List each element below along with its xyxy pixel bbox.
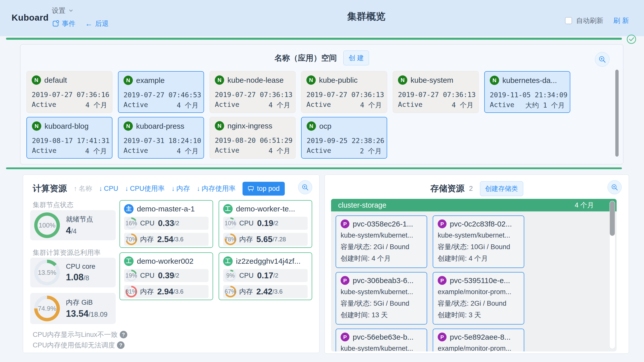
node-memory-total: /7.28 bbox=[272, 236, 286, 243]
sort-by-cpu-usage[interactable]: ↓ CPU使用率 bbox=[125, 184, 165, 193]
node-name: iz2zedgghv14j4zf... bbox=[236, 257, 301, 265]
back-link[interactable]: ← 后退 bbox=[85, 19, 109, 28]
namespace-card[interactable]: N kuboard-press 2019-07-31 18:24:10 Acti… bbox=[118, 117, 204, 159]
memory-utilization-card: 74.9% 内存 GiB 13.54/18.09 bbox=[30, 293, 116, 324]
namespace-card[interactable]: N default 2019-07-27 07:36:16 Active 4 个… bbox=[26, 71, 112, 113]
namespace-status: Active bbox=[124, 147, 148, 156]
node-memory-total: /3.6 bbox=[173, 236, 183, 243]
namespace-age: 4 个月 bbox=[85, 101, 107, 110]
cpu-utilization-ring: 13.5% bbox=[34, 260, 60, 285]
back-label: 后退 bbox=[95, 19, 109, 28]
sort-by-memory-usage[interactable]: ↓ 内存使用率 bbox=[197, 184, 236, 193]
namespace-card[interactable]: N example 2019-07-27 07:46:53 Active 4 个… bbox=[118, 71, 204, 113]
pvc-card[interactable]: P pvc-306beab3-6... kube-system/kubernet… bbox=[336, 272, 427, 325]
namespace-status: Active bbox=[215, 101, 239, 110]
storage-scrollbar-thumb[interactable] bbox=[610, 201, 615, 236]
header-controls: 自动刷新 刷新 bbox=[565, 16, 629, 25]
pvc-created: 创建时间: 4 个月 bbox=[438, 254, 519, 263]
namespace-card[interactable]: N kube-node-lease 2019-07-27 07:36:13 Ac… bbox=[210, 71, 296, 113]
create-namespace-button[interactable]: 创建 bbox=[343, 51, 369, 65]
node-cpu-row: 19% CPU 0.39 /2 bbox=[124, 269, 209, 282]
ready-nodes-label: 就绪节点 bbox=[66, 215, 93, 224]
pvc-capacity-status: 容量/状态: 10Gi / Bound bbox=[438, 242, 519, 251]
namespace-name: kube-node-lease bbox=[227, 76, 284, 84]
node-card[interactable]: 工 demo-worker-te... 10% CPU 0.19 /2 78% … bbox=[219, 200, 312, 248]
storage-scrollbar-track[interactable] bbox=[610, 201, 615, 349]
refresh-button[interactable]: 刷新 bbox=[613, 16, 631, 25]
pvc-card[interactable]: P pvc-56ebe63e-b... kube-system/kubernet… bbox=[336, 329, 427, 351]
node-card[interactable]: 工 iz2zedgghv14j4zf... 9% CPU 0.17 /2 67%… bbox=[219, 252, 312, 300]
node-cpu-total: /2 bbox=[174, 272, 179, 279]
settings-menu[interactable]: 设置 bbox=[52, 6, 74, 15]
events-icon bbox=[52, 20, 59, 27]
namespace-created: 2019-07-27 07:36:13 bbox=[306, 91, 382, 99]
pvc-capacity-status: 容量/状态: 5Gi / Bound bbox=[341, 299, 422, 308]
node-card[interactable]: 工 demo-worker002 19% CPU 0.39 /2 81% 内存 … bbox=[119, 252, 213, 300]
storage-class-count: 2 bbox=[469, 185, 473, 193]
sort-asc-icon: ↑ bbox=[74, 185, 77, 193]
namespace-section-title: 名称（应用）空间 bbox=[274, 53, 337, 63]
node-memory-ring: 81% bbox=[126, 286, 137, 297]
pvc-ref: kube-system/kubernet... bbox=[341, 344, 422, 351]
pvc-created: 创建时间: 13 天 bbox=[341, 310, 422, 320]
node-name: demo-worker-te... bbox=[236, 205, 295, 213]
node-memory-value: 2.94 bbox=[157, 287, 173, 296]
node-cpu-total: /2 bbox=[174, 220, 179, 227]
sort-by-memory[interactable]: ↓ 内存 bbox=[172, 184, 190, 193]
sort-by-name[interactable]: ↑ 名称 bbox=[74, 184, 92, 193]
events-link[interactable]: 事件 bbox=[52, 19, 75, 28]
help-icon[interactable]: ? bbox=[120, 331, 127, 338]
pvc-icon: P bbox=[341, 219, 349, 228]
pvc-card[interactable]: P pvc-0358ec26-1... kube-system/kubernet… bbox=[336, 215, 427, 268]
compute-section-title: 计算资源 bbox=[33, 183, 67, 194]
compute-zoom-button[interactable] bbox=[298, 180, 312, 194]
cpu-utilization-value: 1.08 bbox=[66, 272, 84, 282]
app-header: Kuboard 设置 事件 ← 后退 集群概览 自动刷新 刷新 bbox=[0, 0, 644, 36]
events-label: 事件 bbox=[62, 19, 75, 28]
settings-label: 设置 bbox=[52, 6, 65, 15]
namespace-card[interactable]: N kube-public 2019-07-27 07:36:13 Active… bbox=[301, 71, 387, 113]
pvc-card[interactable]: P pvc-0c2c83f8-02... kube-system/kuberne… bbox=[433, 215, 524, 268]
node-cpu-value: 0.17 bbox=[257, 271, 273, 280]
namespace-created: 2019-07-31 18:24:10 bbox=[124, 137, 198, 145]
storage-class-header[interactable]: cluster-storage 4 个月 bbox=[331, 199, 617, 211]
node-memory-ring: 67% bbox=[225, 286, 236, 297]
node-cpu-value: 0.39 bbox=[158, 271, 174, 280]
storage-zoom-button[interactable] bbox=[608, 180, 622, 194]
sort-desc-icon: ↓ bbox=[197, 185, 200, 193]
help-icon[interactable]: ? bbox=[117, 341, 125, 349]
namespace-card[interactable]: N kube-system 2019-07-27 07:36:13 Active… bbox=[393, 71, 479, 113]
memory-utilization-ring: 74.9% bbox=[34, 296, 60, 321]
cpu-utilization-percent: 13.5% bbox=[34, 260, 60, 285]
sort-by-cpu[interactable]: ↓ CPU bbox=[99, 185, 118, 193]
namespace-scrollbar[interactable] bbox=[615, 70, 619, 157]
namespace-card[interactable]: N ocp 2019-09-25 22:38:26 Active 2 个月 bbox=[301, 117, 387, 159]
namespace-icon: N bbox=[398, 75, 407, 85]
cpu-utilization-total: /8 bbox=[84, 274, 89, 282]
pvc-card[interactable]: P pvc-5395110e-e... example/monitor-prom… bbox=[433, 272, 524, 325]
node-memory-total: /3.6 bbox=[173, 288, 183, 295]
auto-refresh-checkbox[interactable] bbox=[565, 17, 572, 24]
namespace-name: example bbox=[136, 76, 165, 85]
ready-nodes-percent: 100% bbox=[34, 212, 60, 238]
node-cpu-value: 0.19 bbox=[257, 218, 273, 228]
namespace-zoom-button[interactable] bbox=[595, 52, 610, 67]
ready-nodes-card: 100% 就绪节点 4/4 bbox=[30, 210, 116, 240]
node-cpu-ring: 19% bbox=[126, 270, 137, 281]
namespace-card[interactable]: N kubernetes-da... 2019-11-05 21:34:09 A… bbox=[484, 71, 570, 113]
pvc-card-grid: P pvc-0358ec26-1... kube-system/kubernet… bbox=[336, 215, 524, 351]
storage-class-name: cluster-storage bbox=[338, 201, 386, 209]
pvc-ref: example/monitor-prom... bbox=[438, 287, 519, 296]
namespace-icon: N bbox=[307, 121, 316, 131]
namespace-name: default bbox=[44, 76, 67, 84]
namespace-card[interactable]: N kuboard-blog 2019-08-17 17:41:31 Activ… bbox=[26, 117, 112, 159]
cpu-utilization-card: 13.5% CPU core 1.08/8 bbox=[30, 258, 116, 287]
create-storage-class-button[interactable]: 创建存储类 bbox=[480, 181, 523, 196]
top-pod-button[interactable]: top pod bbox=[243, 182, 285, 196]
namespace-name: kuboard-blog bbox=[45, 122, 89, 130]
pvc-card[interactable]: P pvc-5e892aee-8... example/monitor-prom… bbox=[433, 329, 524, 351]
pvc-name: pvc-0c2c83f8-02... bbox=[450, 220, 512, 228]
note-cpu-memory-mismatch: CPU内存显示与Linux不一致 ? bbox=[33, 330, 127, 339]
node-card[interactable]: 主 demo-master-a-1 16% CPU 0.33 /2 70% 内存… bbox=[119, 200, 213, 248]
namespace-card[interactable]: N nginx-ingress 2019-08-20 06:51:29 Acti… bbox=[210, 117, 296, 159]
